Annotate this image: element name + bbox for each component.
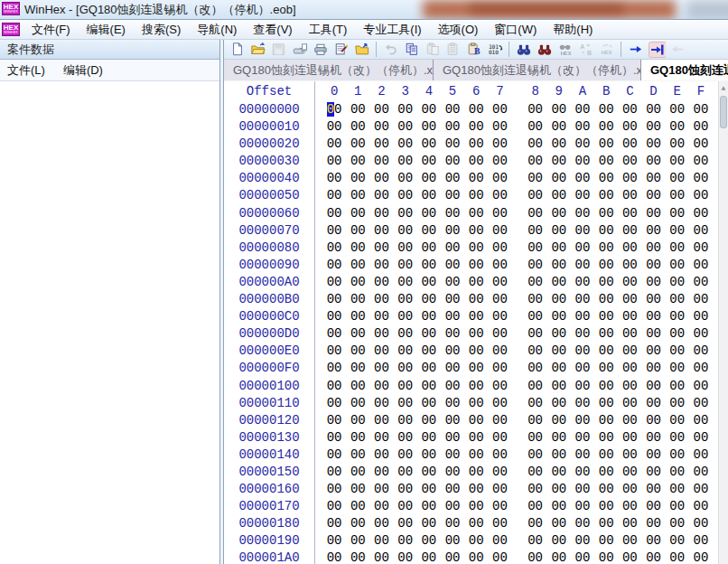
hex-byte[interactable]: 00 (547, 308, 571, 325)
hex-byte[interactable]: 00 (689, 136, 713, 153)
hex-byte[interactable]: 00 (441, 257, 464, 274)
hex-byte[interactable]: 00 (322, 395, 346, 412)
hex-byte[interactable]: 00 (524, 412, 547, 429)
hex-byte[interactable]: 00 (346, 498, 369, 515)
hex-byte[interactable]: 00 (571, 291, 594, 308)
hex-byte[interactable]: 00 (594, 170, 618, 187)
hex-byte[interactable]: 00 (524, 395, 547, 412)
case-panel-menu-item-2[interactable]: 编辑(D) (56, 61, 114, 80)
hex-byte[interactable]: 00 (464, 515, 488, 532)
new-file-button[interactable] (227, 41, 247, 59)
hex-byte[interactable]: 00 (689, 395, 713, 412)
hex-byte[interactable]: 00 (417, 170, 441, 187)
menubar-item-4[interactable]: 导航(N) (189, 20, 245, 39)
hex-byte[interactable]: 00 (488, 136, 511, 153)
hex-byte[interactable]: 00 (524, 550, 547, 564)
hex-byte[interactable]: 00 (464, 308, 488, 325)
hex-byte[interactable]: 00 (441, 291, 464, 308)
find-again-button[interactable] (534, 41, 555, 59)
hex-byte[interactable]: 00 (488, 101, 511, 118)
hex-byte[interactable]: 00 (346, 257, 369, 274)
hex-byte[interactable]: 00 (488, 187, 511, 204)
hex-byte[interactable]: 00 (488, 498, 511, 515)
hex-byte[interactable]: 00 (394, 170, 417, 187)
hex-byte[interactable]: 00 (618, 464, 641, 481)
hex-byte[interactable]: 00 (618, 187, 641, 204)
hex-byte[interactable]: 00 (441, 274, 464, 291)
hex-byte[interactable]: 00 (547, 429, 571, 446)
hex-byte[interactable]: 00 (346, 222, 369, 240)
hex-byte[interactable]: 00 (369, 429, 393, 446)
document-tab-3[interactable]: GQ180蚀刻连退锡 (641, 60, 728, 80)
hex-byte[interactable]: 00 (641, 170, 665, 187)
hex-byte[interactable]: 00 (641, 464, 665, 481)
hex-byte[interactable]: 00 (322, 412, 346, 429)
hex-byte[interactable]: 00 (666, 101, 689, 118)
hex-byte[interactable]: 00 (641, 360, 665, 377)
hex-byte[interactable]: 00 (346, 429, 369, 446)
hex-byte[interactable]: 00 (524, 464, 547, 481)
hex-byte[interactable]: 00 (618, 274, 641, 291)
hex-byte[interactable]: 00 (666, 464, 689, 481)
hex-byte[interactable]: 00 (369, 257, 393, 274)
hex-byte[interactable]: 00 (666, 274, 689, 291)
hex-byte[interactable]: 00 (547, 274, 571, 291)
hex-byte[interactable]: 00 (594, 343, 618, 360)
hex-byte[interactable]: 00 (488, 515, 511, 532)
hex-byte[interactable]: 00 (689, 118, 713, 136)
hex-byte[interactable]: 00 (488, 170, 511, 187)
hex-byte[interactable]: 00 (417, 325, 441, 343)
hex-byte[interactable]: 00 (464, 481, 488, 498)
hex-byte[interactable]: 00 (441, 308, 464, 325)
hex-byte[interactable]: 00 (322, 308, 346, 325)
hex-byte[interactable]: 00 (369, 550, 393, 564)
hex-byte[interactable]: 00 (666, 378, 689, 395)
hex-byte[interactable]: 00 (488, 395, 511, 412)
hex-byte[interactable]: 00 (394, 412, 417, 429)
hex-byte[interactable]: 00 (346, 187, 369, 204)
hex-byte[interactable]: 00 (441, 187, 464, 204)
hex-byte[interactable]: 00 (594, 498, 618, 515)
hex-byte[interactable]: 00 (488, 205, 511, 222)
hex-byte[interactable]: 00 (464, 118, 488, 136)
hex-byte[interactable]: 00 (488, 446, 511, 464)
hex-byte[interactable]: 00 (689, 257, 713, 274)
hex-byte[interactable]: 00 (369, 360, 393, 377)
goto-end-button[interactable] (646, 41, 667, 59)
hex-byte[interactable]: 00 (369, 498, 393, 515)
hex-byte[interactable]: 00 (666, 343, 689, 360)
hex-byte[interactable]: 00 (394, 429, 417, 446)
hex-byte[interactable]: 00 (571, 498, 594, 515)
hex-cursor[interactable]: 0 (327, 102, 334, 117)
hex-byte[interactable]: 00 (618, 136, 641, 153)
hex-byte[interactable]: 00 (547, 481, 571, 498)
hex-byte[interactable]: 00 (689, 153, 713, 170)
hex-byte[interactable]: 00 (594, 378, 618, 395)
hex-byte[interactable]: 00 (547, 257, 571, 274)
hex-byte[interactable]: 00 (369, 153, 393, 170)
hex-byte[interactable]: 00 (524, 136, 547, 153)
hex-byte[interactable]: 00 (571, 429, 594, 446)
hex-byte[interactable]: 00 (441, 240, 464, 257)
hex-byte[interactable]: 00 (594, 274, 618, 291)
hex-byte[interactable]: 00 (594, 308, 618, 325)
document-tab-1[interactable]: GQ180蚀刻连退锡机（改）（停机）.xob (224, 60, 434, 80)
hex-byte[interactable]: 00 (618, 308, 641, 325)
hex-byte[interactable]: 00 (641, 274, 665, 291)
hex-byte[interactable]: 00 (369, 118, 393, 136)
hex-byte[interactable]: 00 (571, 446, 594, 464)
hex-byte[interactable]: 00 (594, 429, 618, 446)
hex-byte[interactable]: 00 (369, 136, 393, 153)
hex-byte[interactable]: 00 (689, 187, 713, 204)
hex-byte[interactable]: 00 (417, 515, 441, 532)
hex-byte[interactable]: 00 (689, 343, 713, 360)
hex-byte[interactable]: 00 (322, 550, 346, 564)
hex-byte[interactable]: 00 (547, 118, 571, 136)
hex-byte[interactable]: 00 (441, 532, 464, 550)
hex-byte[interactable]: 00 (394, 205, 417, 222)
hex-byte[interactable]: 00 (547, 412, 571, 429)
menubar-item-7[interactable]: 专业工具(I) (355, 20, 429, 39)
hex-byte[interactable]: 00 (441, 360, 464, 377)
hex-byte[interactable]: 00 (666, 515, 689, 532)
hex-byte[interactable]: 00 (346, 464, 369, 481)
